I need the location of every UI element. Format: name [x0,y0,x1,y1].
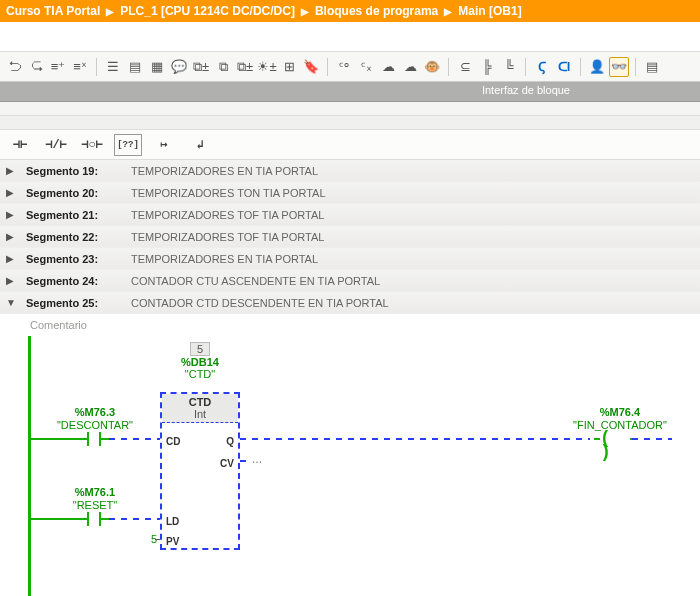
ladder-palette: ⊣⊢ ⊣/⊢ ⊣○⊢ [??] ↦ ↲ [0,130,700,160]
caret-right-icon: ▶ [6,165,16,176]
tool-icon[interactable]: ᶜₓ [356,57,376,77]
segment-row[interactable]: ▶ Segmento 23: TEMPORIZADORES EN TIA POR… [0,248,700,270]
pin-pv: PV [166,536,179,547]
tool-icon[interactable]: ᶜᵒ [334,57,354,77]
tag-label-ld[interactable]: %M76.1 "RESET" [55,486,135,512]
block-interface-label: Interfaz de bloque [482,84,570,96]
tool-icon[interactable]: ⧉± [235,57,255,77]
segment-row[interactable]: ▶ Segmento 19: TEMPORIZADORES EN TIA POR… [0,160,700,182]
tool-icon[interactable]: ⧉ [213,57,233,77]
palette-empty-box[interactable]: [??] [114,134,142,156]
caret-right-icon: ▶ [6,209,16,220]
segment-title: CONTADOR CTU ASCENDENTE EN TIA PORTAL [131,275,380,287]
tool-icon[interactable]: ⧉± [191,57,211,77]
wire-pv [155,539,160,540]
tool-icon[interactable]: 🐵 [422,57,442,77]
caret-right-icon: ▶ [6,231,16,242]
tool-icon[interactable]: ☰ [103,57,123,77]
separator [580,58,581,76]
ctd-block[interactable]: CTD Int CD Q CV LD PV [160,392,240,550]
wire-dashed [109,518,160,520]
spacer-row [0,116,700,130]
spacer-row [0,102,700,116]
block-interface-bar[interactable]: Interfaz de bloque [0,82,700,102]
tool-icon[interactable]: ☁ [400,57,420,77]
caret-right-icon: ▶ [6,253,16,264]
tool-icon[interactable]: ⊆ [455,57,475,77]
no-contact[interactable] [79,512,109,526]
separator [96,58,97,76]
segment-row[interactable]: ▶ Segmento 20: TEMPORIZADORES TON TIA PO… [0,182,700,204]
segment-row[interactable]: ▶ Segmento 24: CONTADOR CTU ASCENDENTE E… [0,270,700,292]
pin-cv: CV [220,458,234,469]
segment-number: Segmento 24: [26,275,121,287]
tag-symbol: "RESET" [55,499,135,512]
tool-icon[interactable]: ☀± [257,57,277,77]
tag-label-cd[interactable]: %M76.3 "DESCONTAR" [50,406,140,432]
breadcrumb-part[interactable]: PLC_1 [CPU 1214C DC/DC/DC] [120,4,295,18]
coil[interactable]: ( ) [600,431,630,447]
breadcrumb-part[interactable]: Curso TIA Portal [6,4,100,18]
caret-right-icon: ▶ [6,275,16,286]
tool-icon[interactable]: ⊞ [279,57,299,77]
tool-icon[interactable]: ╚ [499,57,519,77]
no-contact[interactable] [79,432,109,446]
power-rail [28,336,31,596]
tool-icon[interactable]: ᑕl [554,57,574,77]
tool-icon[interactable]: ▦ [147,57,167,77]
segment-list: ▶ Segmento 19: TEMPORIZADORES EN TIA POR… [0,160,700,336]
separator [327,58,328,76]
fb-instance-number: 5 [190,342,210,356]
tool-icon[interactable]: ⮌ [4,57,24,77]
segment-title: CONTADOR CTD DESCENDENTE EN TIA PORTAL [131,297,389,309]
tool-icon[interactable]: Ϛ [532,57,552,77]
cv-value: ... [252,452,262,466]
pv-value[interactable]: 5 [135,533,157,545]
palette-no-contact[interactable]: ⊣⊢ [6,134,34,156]
chevron-right-icon: ▶ [106,6,114,17]
tool-icon[interactable]: 💬 [169,57,189,77]
tool-icon[interactable]: 👤 [587,57,607,77]
segment-row[interactable]: ▶ Segmento 21: TEMPORIZADORES TOF TIA PO… [0,204,700,226]
palette-nc-contact[interactable]: ⊣/⊢ [42,134,70,156]
caret-down-icon: ▼ [6,297,16,308]
segment-comment[interactable]: Comentario [0,314,700,336]
segment-number: Segmento 22: [26,231,121,243]
caret-right-icon: ▶ [6,187,16,198]
segment-number: Segmento 21: [26,209,121,221]
tool-icon[interactable]: ≡ˣ [70,57,90,77]
palette-coil[interactable]: ⊣○⊢ [78,134,106,156]
segment-title: TEMPORIZADORES EN TIA PORTAL [131,165,318,177]
separator [525,58,526,76]
breadcrumb-part[interactable]: Main [OB1] [458,4,521,18]
tag-address: %M76.4 [565,406,675,419]
tag-address: %M76.1 [55,486,135,499]
segment-title: TEMPORIZADORES TON TIA PORTAL [131,187,326,199]
chevron-right-icon: ▶ [444,6,452,17]
fb-instance-name: "CTD" [185,368,215,380]
fb-instance-db: %DB14 [181,356,219,368]
ladder-network[interactable]: 5 %DB14 "CTD" CTD Int CD Q CV LD PV %M76… [0,336,700,596]
breadcrumb-part[interactable]: Bloques de programa [315,4,438,18]
tool-icon[interactable]: ≡⁺ [48,57,68,77]
segment-row[interactable]: ▼ Segmento 25: CONTADOR CTD DESCENDENTE … [0,292,700,314]
tool-icon[interactable]: ☁ [378,57,398,77]
separator [448,58,449,76]
fb-header: CTD Int [162,394,238,423]
wire-dashed [240,460,250,462]
tool-icon[interactable]: 🔖 [301,57,321,77]
palette-branch-close[interactable]: ↲ [186,134,214,156]
segment-number: Segmento 19: [26,165,121,177]
tool-icon[interactable]: ▤ [125,57,145,77]
segment-row[interactable]: ▶ Segmento 22: TEMPORIZADORES TOF TIA PO… [0,226,700,248]
tool-icon[interactable]: ╠ [477,57,497,77]
glasses-icon[interactable]: 👓 [609,57,629,77]
segment-title: TEMPORIZADORES EN TIA PORTAL [131,253,318,265]
wire [31,518,79,520]
editor-toolbar: ⮌ ⮎ ≡⁺ ≡ˣ ☰ ▤ ▦ 💬 ⧉± ⧉ ⧉± ☀± ⊞ 🔖 ᶜᵒ ᶜₓ ☁… [0,52,700,82]
tool-icon[interactable]: ▤ [642,57,662,77]
tool-icon[interactable]: ⮎ [26,57,46,77]
wire-dashed [109,438,160,440]
palette-branch-open[interactable]: ↦ [150,134,178,156]
comment-placeholder: Comentario [30,319,87,331]
